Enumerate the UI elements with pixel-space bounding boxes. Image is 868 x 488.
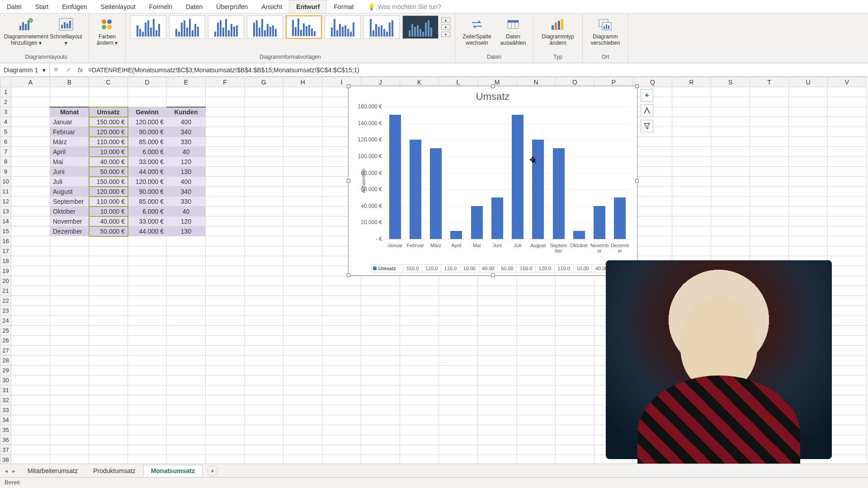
cell[interactable] — [89, 286, 128, 296]
cell[interactable] — [439, 306, 478, 316]
row-header-28[interactable]: 28 — [0, 356, 11, 366]
cell[interactable] — [50, 366, 89, 375]
cell[interactable] — [633, 157, 672, 167]
cell[interactable]: März — [50, 137, 89, 147]
cell[interactable] — [439, 316, 478, 326]
cell[interactable] — [400, 276, 439, 286]
column-header-S[interactable]: S — [711, 77, 750, 87]
cell[interactable] — [750, 117, 789, 127]
cell[interactable] — [828, 415, 867, 425]
cell[interactable] — [128, 336, 167, 346]
cell[interactable] — [672, 187, 711, 197]
cell[interactable] — [750, 87, 789, 97]
cell[interactable] — [283, 366, 322, 375]
cell[interactable] — [828, 197, 867, 206]
cell[interactable] — [206, 256, 245, 266]
select-all-corner[interactable] — [0, 77, 11, 87]
cell[interactable] — [517, 455, 556, 464]
cell[interactable] — [128, 87, 167, 97]
cell[interactable] — [11, 425, 50, 435]
row-header-38[interactable]: 38 — [0, 455, 11, 464]
column-header-F[interactable]: F — [206, 77, 245, 87]
cell[interactable] — [750, 157, 789, 167]
cell[interactable] — [128, 306, 167, 316]
cell[interactable]: 330 — [167, 197, 206, 206]
cell[interactable] — [556, 316, 594, 326]
row-header-30[interactable]: 30 — [0, 375, 11, 385]
spreadsheet-grid[interactable]: ABCDEFGHIJKLMNOPQRSTUV123MonatUmsatzGewi… — [0, 77, 868, 464]
cell[interactable] — [322, 425, 361, 435]
cell[interactable] — [11, 236, 50, 246]
cell[interactable] — [672, 246, 711, 256]
row-header-21[interactable]: 21 — [0, 286, 11, 296]
cell[interactable] — [828, 326, 867, 336]
cell[interactable] — [439, 326, 478, 336]
cell[interactable] — [283, 286, 322, 296]
cell[interactable] — [789, 117, 828, 127]
cell[interactable] — [322, 435, 361, 445]
row-header-31[interactable]: 31 — [0, 385, 11, 395]
cell[interactable] — [789, 206, 828, 216]
cell[interactable] — [711, 187, 750, 197]
cell[interactable] — [439, 276, 478, 286]
cell[interactable]: Kunden — [167, 107, 206, 117]
cell[interactable] — [478, 336, 517, 346]
cell[interactable] — [283, 87, 322, 97]
ribbon-tab-überprüfen[interactable]: Überprüfen — [209, 0, 255, 13]
cell[interactable] — [439, 445, 478, 455]
cell[interactable] — [322, 445, 361, 455]
cell[interactable] — [283, 405, 322, 415]
chart-style-thumb-8[interactable] — [402, 15, 439, 39]
cell[interactable] — [283, 236, 322, 246]
cell[interactable] — [11, 316, 50, 326]
cell[interactable] — [400, 316, 439, 326]
cell[interactable] — [672, 97, 711, 107]
cell[interactable]: 33.000 € — [128, 157, 167, 167]
cell[interactable] — [517, 356, 556, 366]
cell[interactable] — [89, 455, 128, 464]
cell[interactable] — [128, 286, 167, 296]
cell[interactable] — [167, 256, 206, 266]
cell[interactable]: September — [50, 197, 89, 206]
cell[interactable] — [89, 256, 128, 266]
cell[interactable] — [167, 296, 206, 306]
cell[interactable] — [828, 375, 867, 385]
cell[interactable] — [245, 177, 283, 187]
cell[interactable] — [128, 385, 167, 395]
cell[interactable] — [672, 197, 711, 206]
cell[interactable] — [478, 455, 517, 464]
chart-style-thumb-2[interactable] — [169, 15, 205, 39]
cell[interactable] — [167, 395, 206, 405]
cell[interactable] — [245, 226, 283, 236]
cell[interactable] — [711, 236, 750, 246]
cell[interactable] — [245, 197, 283, 206]
cell[interactable]: Juni — [50, 167, 89, 177]
cell[interactable] — [50, 405, 89, 415]
row-header-9[interactable]: 9 — [0, 167, 11, 177]
cell[interactable]: 400 — [167, 177, 206, 187]
cell[interactable] — [711, 246, 750, 256]
cell[interactable] — [167, 405, 206, 415]
cell[interactable] — [283, 246, 322, 256]
cell[interactable] — [283, 435, 322, 445]
cell[interactable] — [245, 395, 283, 405]
cell[interactable] — [50, 97, 89, 107]
cell[interactable] — [556, 306, 594, 316]
cell[interactable] — [439, 415, 478, 425]
cell[interactable] — [556, 336, 594, 346]
cell[interactable] — [128, 346, 167, 356]
cell[interactable]: 85.000 € — [128, 137, 167, 147]
cell[interactable] — [128, 326, 167, 336]
cell[interactable] — [439, 395, 478, 405]
cell[interactable] — [206, 346, 245, 356]
enter-formula-button[interactable]: ✓ — [62, 66, 75, 74]
cell[interactable] — [711, 87, 750, 97]
cell[interactable] — [361, 326, 400, 336]
cell[interactable]: 150.000 € — [89, 117, 128, 127]
cell[interactable] — [439, 366, 478, 375]
cell[interactable]: 6.000 € — [128, 206, 167, 216]
cell[interactable] — [633, 137, 672, 147]
cell[interactable] — [283, 306, 322, 316]
cell[interactable]: 120 — [167, 216, 206, 226]
cell[interactable] — [828, 366, 867, 375]
